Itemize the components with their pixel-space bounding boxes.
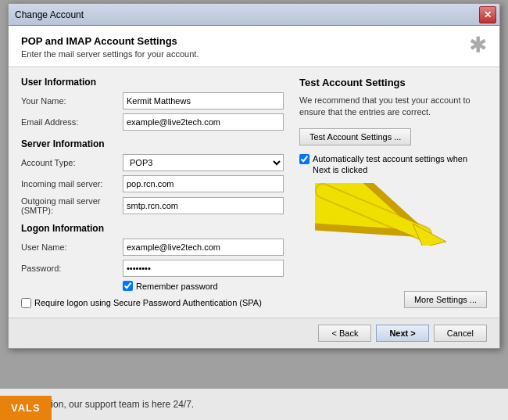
auto-test-checkbox[interactable] (299, 154, 309, 164)
outgoing-mail-label: Outgoing mail server (SMTP): (21, 196, 123, 215)
email-address-input[interactable] (123, 113, 284, 131)
incoming-mail-input[interactable] (123, 175, 284, 192)
dialog-body: User Information Your Name: Email Addres… (9, 67, 499, 318)
account-type-select[interactable]: POP3 IMAP (123, 154, 284, 171)
remember-label: Remember password (136, 282, 218, 291)
next-button[interactable]: Next > (376, 325, 428, 342)
spa-row: Require logon using Secure Password Auth… (21, 297, 284, 308)
spa-label: Require logon using Secure Password Auth… (34, 297, 262, 308)
email-address-row: Email Address: (21, 113, 284, 131)
dialog-header: POP and IMAP Account Settings Enter the … (9, 26, 499, 67)
username-label: User Name: (21, 242, 123, 252)
remember-row: Remember password (123, 281, 284, 291)
outgoing-mail-row: Outgoing mail server (SMTP): (21, 196, 284, 215)
arrow-icon (315, 183, 456, 246)
bottom-bar: ve a question, our support team is here … (0, 389, 508, 420)
password-input[interactable] (123, 260, 284, 277)
user-info-title: User Information (21, 77, 284, 88)
account-type-label: Account Type: (21, 158, 123, 167)
password-label: Password: (21, 264, 123, 273)
your-name-row: Your Name: (21, 92, 284, 109)
your-name-label: Your Name: (21, 96, 123, 106)
titlebar: Change Account ✕ (9, 4, 499, 26)
header-subtext: Enter the mail server settings for your … (21, 49, 199, 59)
close-button[interactable]: ✕ (479, 6, 496, 23)
your-name-input[interactable] (123, 92, 284, 109)
test-account-title: Test Account Settings (299, 77, 487, 88)
auto-test-row: Automatically test account settings when… (299, 153, 487, 176)
cursor-icon: ✱ (469, 32, 487, 58)
titlebar-title: Change Account (15, 9, 84, 20)
more-settings-button[interactable]: More Settings ... (404, 291, 487, 308)
svg-marker-1 (413, 224, 446, 246)
arrow-container (299, 183, 487, 246)
cancel-button[interactable]: Cancel (434, 325, 487, 342)
bottom-badge: VALS (0, 396, 52, 420)
username-row: User Name: (21, 239, 284, 256)
change-account-dialog: Change Account ✕ POP and IMAP Account Se… (8, 3, 500, 349)
left-panel: User Information Your Name: Email Addres… (21, 77, 284, 308)
incoming-mail-row: Incoming mail server: (21, 175, 284, 192)
incoming-mail-label: Incoming mail server: (21, 179, 123, 188)
auto-test-label: Automatically test account settings when… (313, 153, 487, 176)
remember-checkbox[interactable] (123, 281, 133, 291)
right-panel: Test Account Settings We recommend that … (299, 77, 487, 308)
header-text: POP and IMAP Account Settings Enter the … (21, 35, 199, 59)
test-account-button[interactable]: Test Account Settings ... (299, 128, 411, 145)
account-type-row: Account Type: POP3 IMAP (21, 154, 284, 171)
back-button[interactable]: < Back (318, 325, 371, 342)
username-input[interactable] (123, 239, 284, 256)
outgoing-mail-input[interactable] (123, 197, 284, 214)
header-heading: POP and IMAP Account Settings (21, 35, 199, 47)
spa-checkbox[interactable] (21, 298, 31, 308)
logon-info-title: Logon Information (21, 223, 284, 234)
dialog-footer: < Back Next > Cancel (9, 318, 499, 348)
server-info-title: Server Information (21, 138, 284, 149)
test-account-description: We recommend that you test your account … (299, 95, 487, 119)
password-row: Password: (21, 260, 284, 277)
email-address-label: Email Address: (21, 117, 123, 127)
